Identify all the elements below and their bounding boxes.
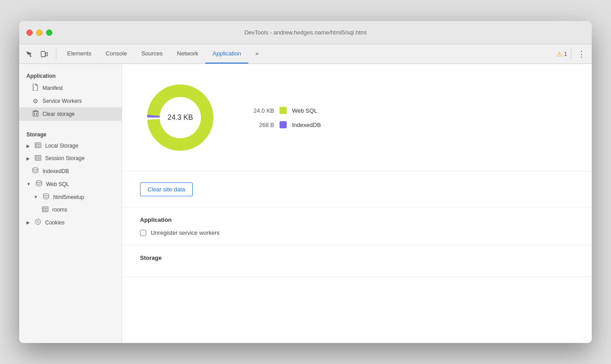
service-workers-label: Service Workers <box>42 98 82 104</box>
tab-sources[interactable]: Sources <box>134 44 170 63</box>
web-sql-arrow: ▼ <box>26 182 31 186</box>
sidebar-item-cookies[interactable]: ▶ Cookies <box>19 216 122 229</box>
unregister-sw-label: Unregister service workers <box>151 229 220 236</box>
donut-chart: 24.3 KB <box>140 77 221 158</box>
window-title: DevTools - andrew.hedges.name/html5/sql.… <box>244 29 366 36</box>
svg-point-30 <box>37 222 38 223</box>
svg-rect-9 <box>35 143 41 148</box>
sidebar-item-rooms[interactable]: rooms <box>19 203 122 216</box>
session-storage-arrow: ▶ <box>26 156 30 161</box>
warning-icon: ⚠ <box>556 50 562 58</box>
sidebar-item-html5meetup[interactable]: ▼ html5meetup <box>19 190 122 203</box>
storage-section-panel: Storage <box>122 245 592 277</box>
titlebar: DevTools - andrew.hedges.name/html5/sql.… <box>19 21 592 44</box>
svg-rect-1 <box>46 53 47 56</box>
warning-badge[interactable]: ⚠ 1 <box>553 48 571 60</box>
sidebar: Application Manifest ⚙ Service Workers <box>19 64 122 343</box>
web-sql-icon <box>35 180 42 188</box>
manifest-icon <box>32 84 39 92</box>
html5meetup-arrow: ▼ <box>34 195 38 199</box>
tab-more[interactable]: » <box>248 44 266 63</box>
local-storage-icon <box>34 142 42 149</box>
tab-network[interactable]: Network <box>170 44 206 63</box>
indexeddb-swatch <box>280 121 287 128</box>
session-storage-label: Session Storage <box>45 155 85 161</box>
sidebar-item-web-sql[interactable]: ▼ Web SQL <box>19 178 122 190</box>
svg-point-19 <box>33 168 38 169</box>
session-storage-icon <box>34 155 42 162</box>
clear-storage-label: Clear storage <box>42 111 75 117</box>
svg-rect-14 <box>35 156 41 161</box>
more-menu-button[interactable]: ⋮ <box>575 47 588 61</box>
clear-site-data-button[interactable]: Clear site data <box>140 182 193 196</box>
sidebar-item-clear-storage[interactable]: Clear storage <box>19 107 122 121</box>
svg-rect-0 <box>41 51 45 57</box>
sidebar-item-indexeddb[interactable]: IndexedDB <box>19 165 122 178</box>
svg-point-21 <box>43 194 49 195</box>
application-section: Application Unregister service workers <box>122 207 592 245</box>
indexeddb-label: IndexedDB <box>42 168 69 174</box>
unregister-sw-checkbox[interactable] <box>140 230 146 236</box>
sidebar-section-application: Application <box>19 69 122 81</box>
content-panel: 24.3 KB 24.0 KB Web SQL 268 B IndexedDB <box>122 64 592 343</box>
storage-section-title: Storage <box>140 254 574 261</box>
cookies-arrow: ▶ <box>26 220 30 225</box>
traffic-lights <box>26 30 52 36</box>
legend-item-indexeddb: 268 B IndexedDB <box>247 121 321 128</box>
svg-point-29 <box>38 220 39 221</box>
toolbar-icons <box>23 48 56 60</box>
devtools-window: DevTools - andrew.hedges.name/html5/sql.… <box>19 21 592 343</box>
legend-item-websql: 24.0 KB Web SQL <box>247 107 321 114</box>
warning-count: 1 <box>564 51 567 57</box>
chart-area: 24.3 KB 24.0 KB Web SQL 268 B IndexedDB <box>122 64 592 172</box>
local-storage-label: Local Storage <box>45 143 78 149</box>
sidebar-item-session-storage[interactable]: ▶ Session Storage <box>19 152 122 165</box>
clear-storage-icon <box>32 110 39 118</box>
websql-swatch <box>280 107 287 114</box>
tab-elements[interactable]: Elements <box>60 44 98 63</box>
inspect-icon[interactable] <box>23 48 35 60</box>
donut-center-label: 24.3 KB <box>168 114 193 122</box>
web-sql-label: Web SQL <box>46 181 69 187</box>
sidebar-item-service-workers[interactable]: ⚙ Service Workers <box>19 95 122 107</box>
cookies-icon <box>34 219 42 226</box>
html5meetup-icon <box>42 193 50 201</box>
rooms-label: rooms <box>52 207 67 213</box>
maximize-button[interactable] <box>46 30 52 36</box>
service-workers-icon: ⚙ <box>32 97 39 105</box>
sidebar-item-manifest[interactable]: Manifest <box>19 81 122 95</box>
tab-console[interactable]: Console <box>98 44 134 63</box>
minimize-button[interactable] <box>36 30 42 36</box>
manifest-label: Manifest <box>42 85 63 91</box>
svg-point-31 <box>38 222 39 223</box>
indexeddb-icon <box>32 167 39 175</box>
svg-point-20 <box>36 181 42 182</box>
svg-point-32 <box>38 221 38 222</box>
sidebar-item-local-storage[interactable]: ▶ Local Storage <box>19 140 122 152</box>
svg-point-28 <box>37 220 38 221</box>
main-content: Application Manifest ⚙ Service Workers <box>19 64 592 343</box>
svg-rect-2 <box>33 111 38 116</box>
tab-list: Elements Console Sources Network Applica… <box>60 44 266 63</box>
tab-application[interactable]: Application <box>205 44 248 63</box>
toolbar-right: ⚠ 1 ⋮ <box>553 47 588 61</box>
local-storage-arrow: ▶ <box>26 144 30 148</box>
svg-rect-22 <box>42 207 48 212</box>
close-button[interactable] <box>26 30 33 36</box>
cookies-label: Cookies <box>45 220 64 226</box>
device-icon[interactable] <box>38 48 51 60</box>
websql-value: 24.0 KB <box>247 107 274 114</box>
indexeddb-value: 268 B <box>247 122 274 128</box>
clear-data-section: Clear site data <box>122 172 592 207</box>
websql-name: Web SQL <box>292 107 317 114</box>
rooms-icon <box>42 206 49 213</box>
html5meetup-label: html5meetup <box>53 194 84 200</box>
unregister-sw-item: Unregister service workers <box>140 229 574 236</box>
toolbar: Elements Console Sources Network Applica… <box>19 44 592 64</box>
sidebar-section-storage: Storage <box>19 128 122 140</box>
indexeddb-name: IndexedDB <box>292 122 321 128</box>
chart-legend: 24.0 KB Web SQL 268 B IndexedDB <box>247 107 321 128</box>
application-section-title: Application <box>140 216 574 223</box>
